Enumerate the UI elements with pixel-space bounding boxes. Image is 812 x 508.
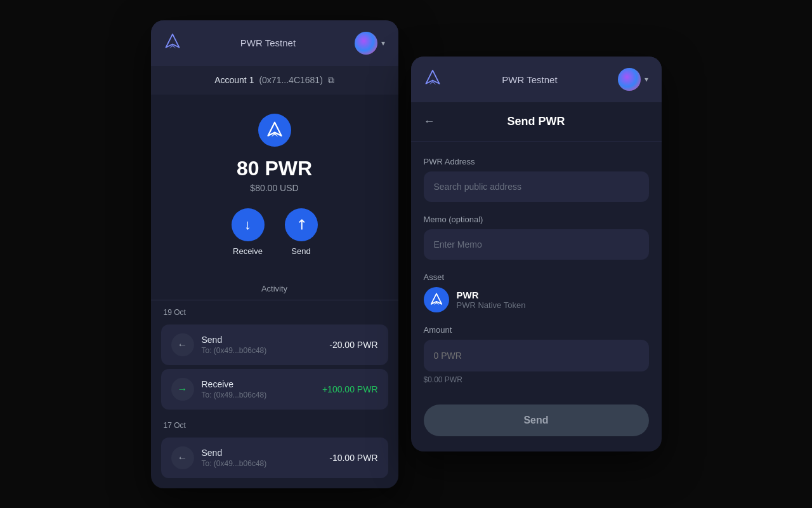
avatar-dropdown-right[interactable]: ▾ [618, 68, 648, 91]
chevron-down-icon-left: ▾ [381, 39, 385, 48]
account-bar: Account 1 (0x71...4C1681) ⧉ [151, 66, 398, 95]
send-button[interactable]: ↗ Send [285, 208, 318, 256]
send-label: Send [291, 246, 310, 256]
tx-address: To: (0x49...b06c48) [202, 459, 322, 468]
tx-details: Send To: (0x49...b06c48) [202, 448, 322, 468]
send-title: Send PWR [507, 115, 565, 128]
avatar-dropdown-left[interactable]: ▾ [355, 32, 385, 55]
send-submit-button[interactable]: Send [424, 404, 649, 436]
tx-amount-positive: +100.00 PWR [322, 384, 378, 394]
date-19oct: 19 Oct [151, 300, 398, 321]
memo-input[interactable] [424, 229, 649, 260]
account-name: Account 1 [214, 75, 254, 85]
balance-token-icon [258, 114, 291, 147]
pwr-address-label: PWR Address [424, 157, 649, 166]
activity-header: Activity [151, 275, 398, 300]
left-header: PWR Testnet ▾ [151, 20, 398, 66]
balance-usd: $80.00 USD [250, 183, 298, 193]
send-tx-icon: ← [171, 333, 194, 356]
receive-icon: ↓ [232, 208, 265, 241]
activity-section: Activity 19 Oct ← Send To: (0x49...b06c4… [151, 275, 398, 488]
network-name-right: PWR Testnet [502, 74, 557, 85]
tx-details: Send To: (0x49...b06c48) [202, 335, 322, 355]
avatar-image-left [355, 32, 377, 55]
memo-label: Memo (optional) [424, 215, 649, 224]
back-button[interactable]: ← [424, 115, 435, 128]
pwr-logo-right [424, 69, 442, 90]
send-tx-icon-2: ← [171, 446, 194, 469]
send-icon: ↗ [278, 201, 325, 248]
tx-amount: -20.00 PWR [329, 340, 377, 350]
table-row[interactable]: ← Send To: (0x49...b06c48) -20.00 PWR [161, 324, 388, 365]
send-page-header: ← Send PWR [411, 102, 662, 142]
date-17oct: 17 Oct [151, 413, 398, 434]
asset-name: PWR [457, 290, 526, 300]
asset-info: PWR PWR Native Token [457, 290, 526, 310]
tx-address: To: (0x49...b06c48) [202, 346, 322, 355]
amount-label: Amount [424, 325, 649, 335]
tx-details: Receive To: (0x49...b06c48) [202, 379, 315, 399]
amount-usd: $0.00 PWR [424, 375, 649, 384]
receive-tx-icon: → [171, 378, 194, 401]
chevron-down-icon-right: ▾ [645, 75, 648, 84]
copy-address-icon[interactable]: ⧉ [328, 75, 334, 86]
network-name-left: PWR Testnet [240, 37, 296, 48]
send-pwr-card: PWR Testnet ▾ ← Send PWR PWR Address Mem… [411, 57, 662, 451]
pwr-logo-left [164, 33, 181, 53]
table-row[interactable]: ← Send To: (0x49...b06c48) -10.00 PWR [161, 438, 388, 478]
receive-label: Receive [233, 246, 263, 256]
action-buttons: ↓ Receive ↗ Send [232, 208, 318, 262]
tx-type: Send [202, 335, 322, 345]
right-header: PWR Testnet ▾ [411, 57, 662, 102]
send-form: PWR Address Memo (optional) Asset PWR PW… [411, 142, 662, 451]
amount-input[interactable] [434, 351, 639, 361]
tx-amount: -10.00 PWR [329, 453, 377, 463]
table-row[interactable]: → Receive To: (0x49...b06c48) +100.00 PW… [161, 369, 388, 410]
asset-description: PWR Native Token [457, 300, 526, 310]
asset-row: PWR PWR Native Token [424, 287, 649, 312]
avatar-image-right [618, 68, 641, 91]
tx-type: Receive [202, 379, 315, 389]
tx-type: Send [202, 448, 322, 458]
asset-token-icon [424, 287, 449, 312]
receive-button[interactable]: ↓ Receive [232, 208, 265, 256]
pwr-address-input[interactable] [424, 171, 649, 202]
balance-section: 80 PWR $80.00 USD ↓ Receive ↗ Send [151, 95, 398, 275]
amount-input-wrapper [424, 340, 649, 371]
account-address: (0x71...4C1681) [259, 75, 322, 85]
asset-label: Asset [424, 272, 649, 282]
tx-address: To: (0x49...b06c48) [202, 391, 315, 399]
balance-amount: 80 PWR [237, 157, 312, 180]
wallet-main-card: PWR Testnet ▾ Account 1 (0x71...4C1681) … [151, 20, 398, 488]
